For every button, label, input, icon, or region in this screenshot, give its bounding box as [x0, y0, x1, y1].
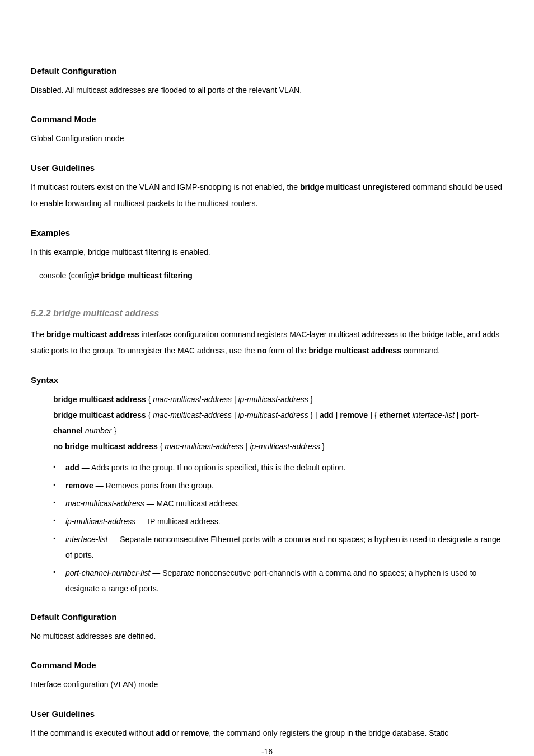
- heading-command-mode-2: Command Mode: [31, 660, 503, 670]
- sx1-mac: mac-multicast-address: [153, 395, 232, 404]
- code-command: bridge multicast filtering: [101, 271, 193, 280]
- param-pcnl: port-channel-number-list: [65, 568, 150, 577]
- sx2-remove: remove: [340, 410, 368, 419]
- heading-syntax: Syntax: [31, 375, 503, 385]
- syntax-line-2: bridge multicast address { mac-multicast…: [53, 407, 503, 438]
- heading-examples: Examples: [31, 228, 503, 237]
- param-ip: ip-multicast-address: [65, 517, 135, 526]
- command-mode-2-text: Interface configuration (VLAN) mode: [31, 676, 503, 693]
- heading-default-configuration: Default Configuration: [31, 66, 503, 76]
- sx2-eth: ethernet: [379, 410, 410, 419]
- list-item: ip-multicast-address — IP multicast addr…: [53, 514, 503, 529]
- page-number: -16: [0, 747, 534, 756]
- default-configuration-2-text: No multicast addresses are defined.: [31, 628, 503, 645]
- cmd2-name2: bridge multicast address: [308, 346, 401, 355]
- cmd2-pre: The: [31, 330, 46, 339]
- param-mac-desc: — MAC multicast address.: [144, 499, 240, 508]
- code-example-box: console (config)# bridge multicast filte…: [31, 265, 503, 286]
- syntax-parameter-list: add — Adds ports to the group. If no opt…: [31, 460, 503, 596]
- sx2-ilist: interface-list: [412, 410, 454, 419]
- syntax-line-1: bridge multicast address { mac-multicast…: [53, 391, 503, 407]
- sx3-cmd: no bridge multicast address: [53, 442, 158, 451]
- param-add-desc: — Adds ports to the group. If no option …: [79, 463, 346, 472]
- section-heading-bridge-multicast-address: 5.2.2 bridge multicast address: [31, 309, 503, 319]
- user-guidelines-2-text: If the command is executed without add o…: [31, 725, 503, 741]
- list-item: remove — Removes ports from the group.: [53, 478, 503, 493]
- command-mode-text: Global Configuration mode: [31, 130, 503, 147]
- user-guidelines-text: If multicast routers exist on the VLAN a…: [31, 179, 503, 212]
- param-ilist-desc: — Separate nonconsecutive Ethernet ports…: [65, 535, 500, 559]
- sx2-add: add: [320, 410, 334, 419]
- list-item: port-channel-number-list — Separate nonc…: [53, 565, 503, 596]
- param-mac: mac-multicast-address: [65, 499, 144, 508]
- ug2-pre: If the command is executed without: [31, 729, 156, 738]
- heading-default-configuration-2: Default Configuration: [31, 612, 503, 622]
- cmd2-name1: bridge multicast address: [46, 330, 139, 339]
- ug2-mid: or: [170, 729, 181, 738]
- default-configuration-text: Disabled. All multicast addresses are fl…: [31, 82, 503, 99]
- param-remove: remove: [65, 481, 93, 490]
- list-item: interface-list — Separate nonconsecutive…: [53, 531, 503, 563]
- ug2-add: add: [156, 729, 170, 738]
- cmd2-mid2: form of the: [267, 346, 309, 355]
- ug2-remove: remove: [181, 729, 209, 738]
- heading-command-mode: Command Mode: [31, 114, 503, 124]
- syntax-block: bridge multicast address { mac-multicast…: [31, 391, 503, 454]
- syntax-line-3: no bridge multicast address { mac-multic…: [53, 438, 503, 454]
- sx1-ip: ip-multicast-address: [238, 395, 308, 404]
- param-ilist: interface-list: [65, 535, 107, 544]
- heading-user-guidelines: User Guidelines: [31, 163, 503, 172]
- cmd2-description: The bridge multicast address interface c…: [31, 326, 503, 360]
- param-remove-desc: — Removes ports from the group.: [93, 481, 214, 490]
- code-prompt: console (config)#: [39, 271, 101, 280]
- sx3-mac: mac-multicast-address: [165, 442, 243, 451]
- ug-cmd: bridge multicast unregistered: [300, 183, 410, 192]
- cmd2-post: command.: [401, 346, 440, 355]
- sx2-ip: ip-multicast-address: [238, 410, 308, 419]
- examples-intro: In this example, bridge multicast filter…: [31, 244, 503, 260]
- sx2-num: number: [85, 426, 111, 435]
- heading-user-guidelines-2: User Guidelines: [31, 709, 503, 718]
- ug2-post: , the command only registers the group i…: [209, 729, 448, 738]
- param-add: add: [65, 463, 79, 472]
- sx2-cmd: bridge multicast address: [53, 410, 146, 419]
- list-item: add — Adds ports to the group. If no opt…: [53, 460, 503, 475]
- list-item: mac-multicast-address — MAC multicast ad…: [53, 496, 503, 511]
- sx2-mac: mac-multicast-address: [153, 410, 232, 419]
- param-ip-desc: — IP multicast address.: [135, 517, 220, 526]
- sx3-ip: ip-multicast-address: [250, 442, 320, 451]
- sx1-cmd: bridge multicast address: [53, 395, 146, 404]
- document-page: Default Configuration Disabled. All mult…: [0, 0, 534, 756]
- ug-pre: If multicast routers exist on the VLAN a…: [31, 183, 300, 192]
- cmd2-no: no: [257, 346, 266, 355]
